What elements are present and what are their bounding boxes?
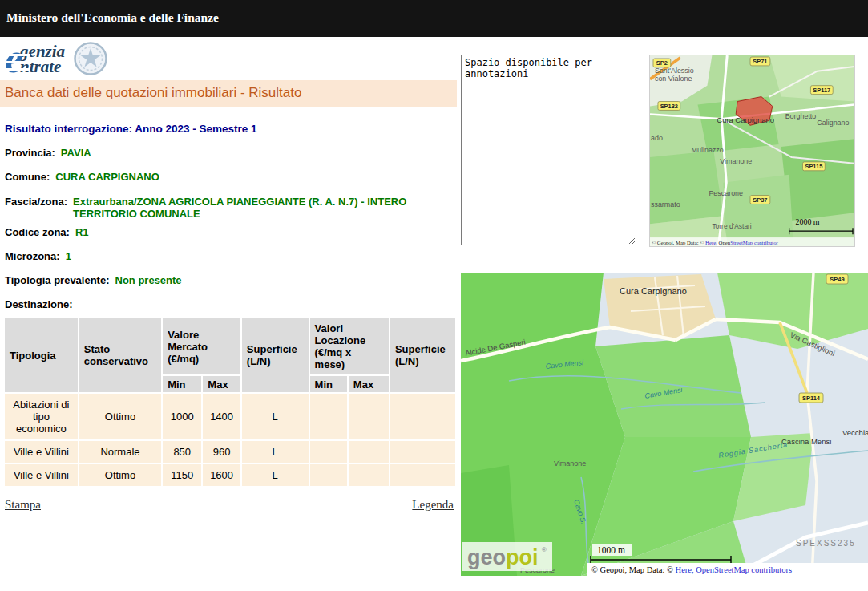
osm-link: OpenStreetMap contributors	[696, 565, 792, 574]
cell-tipologia: Abitazioni di tipo economico	[5, 394, 78, 439]
cell-vm-max: 1400	[203, 394, 240, 439]
field-destinazione: Destinazione:	[5, 298, 457, 310]
field-comune: Comune: CURA CARPIGNANO	[5, 171, 457, 183]
logo-stripe	[6, 68, 30, 71]
field-label: Codice zona:	[5, 226, 70, 238]
agenzia-entrate-logo: e genzia ntrate	[5, 41, 65, 76]
cell-vl-min	[310, 464, 347, 486]
col-header-max: Max	[203, 376, 240, 392]
svg-text:geopoi: geopoi	[467, 545, 539, 569]
map-label-ado: ado	[651, 134, 663, 142]
cell-stato: Ottimo	[79, 394, 161, 439]
col-header-valori-locazione: Valori Locazione (€/mq x mese)	[310, 318, 389, 374]
field-label: Comune:	[5, 171, 50, 183]
field-label: Provincia:	[5, 147, 55, 159]
quotations-table: Tipologia Stato conservativo Valore Merc…	[3, 317, 457, 488]
map-label-cura-carpignano: Cura Carpignano	[717, 115, 774, 124]
agency-header: e genzia ntrate	[0, 37, 457, 80]
map-label-cascina-mensi: Cascina Mensi	[781, 437, 831, 446]
map-label-vecchia: Vecchia	[842, 428, 868, 437]
here-link: Here,	[676, 565, 694, 574]
cell-vm-max: 1600	[203, 464, 240, 486]
map-label-cura-carpignano: Cura Carpignano	[620, 286, 687, 296]
logo-stripe	[6, 61, 30, 63]
legenda-link[interactable]: Legenda	[412, 498, 454, 512]
map-terrain	[461, 273, 868, 576]
here-link: Here,	[705, 240, 717, 245]
cell-vm-min: 850	[163, 441, 201, 463]
cell-stato: Normale	[79, 441, 161, 463]
map-label-pescarone: Pescarone	[709, 189, 743, 197]
road-badge-sp37: SP37	[750, 196, 770, 204]
col-header-min: Min	[163, 376, 201, 392]
cell-tipologia: Ville e Villini	[5, 464, 78, 486]
map-terrain	[650, 55, 854, 246]
field-label: Microzona:	[5, 250, 60, 262]
col-header-superficie-2: Superficie (L/N)	[390, 318, 455, 392]
cell-vl-min	[310, 394, 347, 439]
field-value: Extraurbana/ZONA AGRICOLA PIANEGGIANTE (…	[73, 196, 435, 220]
footer-links: Stampa Legenda	[5, 498, 454, 512]
italy-emblem-icon	[73, 41, 108, 76]
road-badge-sp117: SP117	[810, 86, 833, 95]
svg-text:1000 m: 1000 m	[597, 545, 625, 555]
svg-text:SP49: SP49	[830, 276, 844, 283]
svg-text:© Geopoi, Map Data: © Here, Op: © Geopoi, Map Data: © Here, OpenStreetMa…	[591, 565, 792, 574]
col-header-max: Max	[349, 376, 389, 392]
field-value: PAVIA	[61, 147, 91, 159]
col-header-tipologia: Tipologia	[5, 318, 78, 392]
cell-tipologia: Ville e Villini	[5, 441, 78, 463]
logo-e-glyph: e	[5, 41, 23, 76]
cell-vm-max: 960	[203, 441, 240, 463]
map-attribution: © Geopoi, Map Data: © Here, OpenStreetMa…	[650, 237, 854, 246]
cell-vl-max	[349, 394, 389, 439]
svg-text:2000 m: 2000 m	[796, 217, 820, 226]
map-label-torre-dastari: Torre d'Astari	[712, 222, 751, 230]
field-value: R1	[75, 226, 89, 238]
map-label-sant-alessio: Sant'Alessio	[655, 67, 694, 75]
field-value: 1	[66, 250, 71, 262]
map-attribution: © Geopoi, Map Data: © Here, OpenStreetMa…	[587, 563, 868, 576]
cell-vl-min	[310, 441, 347, 463]
map-label-calignano: Calignano	[817, 119, 849, 127]
col-header-min: Min	[310, 376, 347, 392]
annotations-textarea[interactable]: Spazio disponibile per annotazioni	[461, 55, 636, 245]
cell-superficie-2	[390, 394, 455, 439]
svg-text:®: ®	[542, 546, 547, 553]
main-content: e genzia ntrate Banca dati delle quotazi…	[0, 37, 457, 512]
svg-text:SP132: SP132	[660, 103, 678, 110]
page-title: Banca dati delle quotazioni immobiliari …	[0, 80, 457, 107]
table-row: Ville e Villini Normale 850 960 L	[5, 441, 455, 463]
road-badge-sp71: SP71	[750, 57, 770, 66]
field-tipologia-prevalente: Tipologia prevalente: Non presente	[5, 274, 457, 286]
field-label: Fascia/zona:	[5, 196, 67, 220]
map-label-spexss235: SPEXSS235	[796, 539, 856, 548]
field-provincia: Provincia: PAVIA	[5, 147, 457, 159]
cell-superficie-2	[390, 441, 455, 463]
result-heading: Risultato interrogazione: Anno 2023 - Se…	[5, 123, 457, 135]
ministry-bar: Ministero dell'Economia e delle Finanze	[0, 0, 868, 37]
field-value: CURA CARPIGNANO	[55, 171, 159, 183]
svg-text:SP114: SP114	[802, 395, 821, 402]
overview-map[interactable]: SP2 SP71 SP117 SP132 SP115 SP37	[649, 55, 855, 247]
field-label: Tipologia prevalente:	[5, 274, 110, 286]
stampa-link[interactable]: Stampa	[5, 498, 41, 512]
result-section: Risultato interrogazione: Anno 2023 - Se…	[0, 123, 457, 512]
field-codice-zona: Codice zona: R1	[5, 226, 457, 238]
field-microzona: Microzona: 1	[5, 250, 457, 262]
svg-text:© Geopoi, Map Data: © Here, Op: © Geopoi, Map Data: © Here, OpenStreetMa…	[652, 240, 779, 245]
col-header-superficie-1: Superficie (L/N)	[242, 318, 309, 392]
cell-superficie-1: L	[242, 464, 309, 486]
field-value: Non presente	[115, 274, 182, 286]
osm-link: StreetMap contributor	[730, 240, 778, 245]
detail-map[interactable]: SP49 SP114 Cura Carpignano Alcide De Gas…	[461, 273, 868, 576]
cell-vl-max	[349, 441, 389, 463]
cell-vm-min: 1000	[163, 394, 201, 439]
field-fascia-zona: Fascia/zona: Extraurbana/ZONA AGRICOLA P…	[5, 196, 457, 220]
cell-superficie-1: L	[242, 394, 309, 439]
map-label-vimanone: Vimanone	[554, 459, 586, 468]
map-label-sant-alessio: con Vialone	[655, 75, 692, 83]
road-badge-sp132: SP132	[658, 102, 680, 111]
road-badge-sp114: SP114	[799, 393, 823, 403]
app-window: Ministero dell'Economia e delle Finanze …	[0, 0, 868, 591]
